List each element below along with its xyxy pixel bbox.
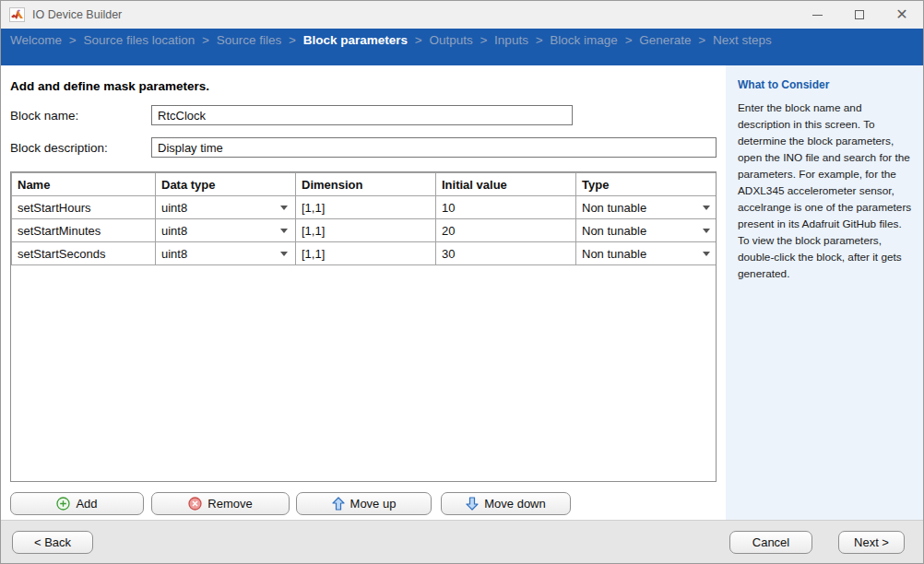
dimension-cell[interactable]: [1,1] [296, 196, 436, 219]
breadcrumb: Welcome > Source files location > Source… [1, 29, 923, 65]
sidebar-heading: What to Consider [738, 78, 912, 91]
io-device-builder-window: IO Device Builder ✕ Welcome > Source fil… [0, 0, 924, 564]
chevron-down-icon [703, 229, 710, 233]
breadcrumb-separator: > [698, 33, 705, 47]
back-button[interactable]: < Back [12, 531, 93, 554]
content-area: Add and define mask parameters. Block na… [1, 65, 923, 520]
breadcrumb-separator: > [480, 33, 487, 47]
parameters-table: Name Data type Dimension Initial value T… [10, 171, 717, 482]
breadcrumb-separator: > [202, 33, 209, 47]
chevron-down-icon [703, 206, 710, 210]
type-dropdown[interactable]: Non tunable [576, 242, 717, 265]
add-icon [56, 497, 70, 511]
column-header-initial-value: Initial value [436, 173, 576, 196]
arrow-up-icon [332, 497, 345, 511]
breadcrumb-separator: > [289, 33, 296, 47]
breadcrumb-item-source-files-location[interactable]: Source files location [83, 33, 195, 47]
dimension-cell[interactable]: [1,1] [296, 242, 436, 265]
window-controls: ✕ [796, 1, 923, 29]
param-name-cell[interactable]: setStartSeconds [12, 242, 156, 265]
data-type-dropdown[interactable]: uint8 [156, 196, 296, 219]
move-down-button[interactable]: Move down [441, 492, 571, 515]
arrow-down-icon [466, 497, 479, 511]
move-up-button[interactable]: Move up [296, 492, 432, 515]
breadcrumb-item-outputs[interactable]: Outputs [429, 33, 472, 47]
chevron-down-icon [280, 206, 288, 210]
param-name-cell[interactable]: setStartMinutes [12, 219, 156, 242]
data-type-dropdown[interactable]: uint8 [156, 242, 296, 265]
chevron-down-icon [280, 252, 288, 256]
page-title: Add and define mask parameters. [10, 79, 717, 93]
param-name-cell[interactable]: setStartHours [12, 196, 156, 219]
minimize-icon [812, 15, 823, 16]
table-header-row: Name Data type Dimension Initial value T… [12, 173, 717, 196]
matlab-logo-icon [9, 7, 25, 22]
footer-bar: < Back Cancel Next > [1, 520, 923, 563]
column-header-name: Name [12, 173, 156, 196]
breadcrumb-item-source-files[interactable]: Source files [217, 33, 282, 47]
block-description-input[interactable] [151, 137, 717, 158]
block-name-input[interactable] [151, 105, 573, 125]
breadcrumb-item-welcome[interactable]: Welcome [10, 33, 62, 47]
breadcrumb-separator: > [536, 33, 543, 47]
maximize-icon [855, 10, 864, 19]
main-panel: Add and define mask parameters. Block na… [1, 65, 726, 520]
breadcrumb-item-inputs[interactable]: Inputs [494, 33, 528, 47]
column-header-type: Type [576, 173, 717, 196]
remove-button[interactable]: Remove [151, 492, 290, 515]
breadcrumb-item-generate[interactable]: Generate [639, 33, 691, 47]
breadcrumb-separator: > [625, 33, 633, 47]
title-bar: IO Device Builder ✕ [1, 1, 923, 29]
minimize-button[interactable] [796, 1, 838, 29]
chevron-down-icon [703, 252, 710, 256]
data-type-dropdown[interactable]: uint8 [156, 219, 296, 242]
close-icon: ✕ [895, 7, 907, 22]
dimension-cell[interactable]: [1,1] [296, 219, 436, 242]
sidebar-help-text: Enter the block name and description in … [738, 100, 912, 283]
table-row: setStartHours uint8 [1,1] 10 Non tunable [12, 196, 717, 219]
remove-icon [188, 497, 202, 511]
table-row: setStartMinutes uint8 [1,1] 20 Non tunab… [12, 219, 717, 242]
next-button[interactable]: Next > [838, 531, 905, 554]
block-name-label: Block name: [10, 109, 151, 123]
initial-value-cell[interactable]: 30 [436, 242, 576, 265]
close-button[interactable]: ✕ [881, 1, 923, 29]
breadcrumb-separator: > [415, 33, 422, 47]
table-row: setStartSeconds uint8 [1,1] 30 Non tunab… [12, 242, 717, 265]
initial-value-cell[interactable]: 20 [436, 219, 576, 242]
maximize-button[interactable] [838, 1, 881, 29]
breadcrumb-item-block-image[interactable]: Block image [550, 33, 618, 47]
add-button[interactable]: Add [10, 492, 144, 515]
block-description-label: Block description: [10, 141, 151, 155]
cancel-button[interactable]: Cancel [729, 531, 812, 554]
window-title: IO Device Builder [32, 8, 796, 21]
column-header-data-type: Data type [156, 173, 296, 196]
breadcrumb-item-next-steps[interactable]: Next steps [713, 33, 772, 47]
type-dropdown[interactable]: Non tunable [576, 219, 717, 242]
breadcrumb-separator: > [69, 33, 77, 47]
block-description-row: Block description: [10, 137, 717, 158]
breadcrumb-item-block-parameters[interactable]: Block parameters [303, 33, 408, 47]
block-name-row: Block name: [10, 105, 717, 125]
table-actions: Add Remove Move up Move down [10, 492, 717, 515]
column-header-dimension: Dimension [296, 173, 436, 196]
chevron-down-icon [280, 229, 288, 233]
what-to-consider-panel: What to Consider Enter the block name an… [726, 65, 923, 520]
initial-value-cell[interactable]: 10 [436, 196, 576, 219]
type-dropdown[interactable]: Non tunable [576, 196, 717, 219]
